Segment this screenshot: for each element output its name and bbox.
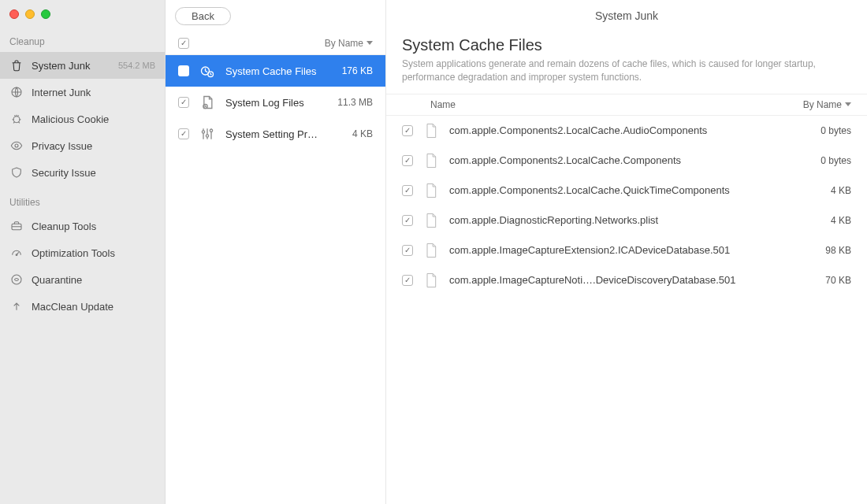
sidebar-section-label: Utilities bbox=[0, 186, 165, 213]
category-name: System Cache Files bbox=[225, 65, 333, 77]
bug-icon bbox=[9, 112, 24, 126]
file-name: com.apple.Components2.LocalCache.AudioCo… bbox=[449, 124, 809, 136]
file-row[interactable]: com.apple.Components2.LocalCache.AudioCo… bbox=[386, 116, 867, 146]
select-all-checkbox[interactable] bbox=[178, 38, 189, 49]
file-sort-label: By Name bbox=[803, 99, 842, 110]
sidebar-item-optimization-tools[interactable]: Optimization Tools bbox=[0, 239, 165, 266]
zoom-window-button[interactable] bbox=[41, 9, 50, 19]
category-row[interactable]: System Cache Files176 KB bbox=[166, 55, 385, 87]
svg-point-10 bbox=[206, 135, 208, 137]
category-checkbox[interactable] bbox=[178, 128, 189, 139]
sidebar-item-security-issue[interactable]: Security Issue bbox=[0, 159, 165, 186]
globe-icon bbox=[9, 85, 24, 99]
gauge-icon bbox=[9, 246, 24, 260]
column-name-label: Name bbox=[430, 99, 803, 110]
file-row[interactable]: com.apple.DiagnosticReporting.Networks.p… bbox=[386, 206, 867, 235]
file-icon bbox=[424, 153, 438, 169]
category-row[interactable]: System Log Files11.3 MB bbox=[166, 87, 385, 118]
file-row[interactable]: com.apple.Components2.LocalCache.QuickTi… bbox=[386, 176, 867, 206]
category-checkbox[interactable] bbox=[178, 97, 189, 108]
detail-panel: System Junk System Cache Files System ap… bbox=[386, 0, 867, 504]
svg-point-2 bbox=[15, 144, 18, 147]
sidebar-item-quarantine[interactable]: Quarantine bbox=[0, 266, 165, 293]
cache-icon bbox=[199, 62, 216, 80]
sidebar-item-size: 554.2 MB bbox=[118, 61, 155, 70]
category-row[interactable]: System Setting Pr…4 KB bbox=[166, 118, 385, 150]
sidebar-item-label: Quarantine bbox=[32, 274, 155, 286]
minimize-window-button[interactable] bbox=[25, 9, 35, 19]
quarantine-icon bbox=[9, 272, 24, 287]
category-size: 4 KB bbox=[352, 128, 373, 139]
sidebar-item-label: Security Issue bbox=[32, 167, 155, 179]
sidebar-item-label: MacClean Update bbox=[32, 301, 155, 313]
sidebar-item-label: Cleanup Tools bbox=[32, 220, 155, 232]
file-checkbox[interactable] bbox=[402, 275, 413, 286]
chevron-down-icon bbox=[845, 102, 851, 106]
category-sort-label: By Name bbox=[325, 38, 363, 49]
sidebar-item-privacy-issue[interactable]: Privacy Issue bbox=[0, 132, 165, 159]
sidebar-section-label: Cleanup bbox=[0, 25, 165, 52]
file-size: 0 bytes bbox=[820, 125, 851, 136]
category-name: System Setting Pr… bbox=[225, 128, 343, 140]
file-name: com.apple.DiagnosticReporting.Networks.p… bbox=[449, 214, 820, 226]
eye-icon bbox=[9, 139, 24, 153]
sidebar-item-label: Internet Junk bbox=[32, 87, 155, 98]
back-button[interactable]: Back bbox=[175, 7, 231, 25]
svg-point-5 bbox=[12, 275, 21, 284]
file-checkbox[interactable] bbox=[402, 245, 413, 256]
file-name: com.apple.ImageCaptureNoti….DeviceDiscov… bbox=[449, 274, 814, 286]
file-checkbox[interactable] bbox=[402, 155, 413, 166]
close-window-button[interactable] bbox=[9, 9, 19, 19]
file-row[interactable]: com.apple.Components2.LocalCache.Compone… bbox=[386, 146, 867, 176]
file-icon bbox=[424, 183, 438, 198]
detail-heading: System Cache Files bbox=[386, 32, 867, 57]
file-icon bbox=[424, 272, 438, 288]
sidebar-item-label: Optimization Tools bbox=[32, 247, 155, 259]
category-name: System Log Files bbox=[225, 97, 328, 109]
chevron-down-icon bbox=[367, 41, 373, 45]
sidebar-item-label: System Junk bbox=[32, 60, 118, 72]
trash-icon bbox=[9, 58, 24, 72]
file-checkbox[interactable] bbox=[402, 215, 413, 226]
file-name: com.apple.Components2.LocalCache.Compone… bbox=[449, 154, 809, 166]
category-panel: Back By Name System Cache Files176 KBSys… bbox=[166, 0, 386, 504]
file-icon bbox=[424, 243, 438, 258]
file-sort-dropdown[interactable]: By Name bbox=[803, 99, 851, 110]
svg-point-9 bbox=[202, 131, 204, 133]
file-row[interactable]: com.apple.ImageCaptureNoti….DeviceDiscov… bbox=[386, 265, 867, 295]
file-checkbox[interactable] bbox=[402, 185, 413, 196]
file-size: 98 KB bbox=[825, 245, 851, 256]
sidebar-item-malicious-cookie[interactable]: Malicious Cookie bbox=[0, 106, 165, 132]
toolbox-icon bbox=[9, 219, 24, 233]
file-name: com.apple.Components2.LocalCache.QuickTi… bbox=[449, 184, 820, 196]
sidebar-item-system-junk[interactable]: System Junk554.2 MB bbox=[0, 52, 165, 79]
category-size: 176 KB bbox=[342, 65, 373, 76]
category-size: 11.3 MB bbox=[337, 97, 373, 108]
sidebar-item-label: Malicious Cookie bbox=[32, 113, 155, 125]
sidebar-item-cleanup-tools[interactable]: Cleanup Tools bbox=[0, 213, 165, 239]
file-name: com.apple.ImageCaptureExtension2.ICADevi… bbox=[449, 244, 814, 256]
file-size: 70 KB bbox=[825, 275, 851, 286]
log-icon bbox=[199, 94, 216, 111]
sidebar-item-label: Privacy Issue bbox=[32, 140, 155, 152]
shield-icon bbox=[9, 165, 24, 180]
update-icon bbox=[9, 299, 24, 313]
file-size: 4 KB bbox=[831, 215, 851, 226]
file-size: 4 KB bbox=[831, 185, 851, 196]
category-sort-dropdown[interactable]: By Name bbox=[325, 38, 373, 49]
settings-icon bbox=[199, 125, 216, 143]
category-checkbox[interactable] bbox=[178, 65, 189, 76]
page-title: System Junk bbox=[595, 9, 658, 22]
sidebar-item-macclean-update[interactable]: MacClean Update bbox=[0, 293, 165, 320]
window-controls bbox=[0, 0, 165, 25]
file-icon bbox=[424, 213, 438, 228]
file-row[interactable]: com.apple.ImageCaptureExtension2.ICADevi… bbox=[386, 235, 867, 265]
svg-point-11 bbox=[210, 129, 212, 132]
sidebar: CleanupSystem Junk554.2 MBInternet JunkM… bbox=[0, 0, 166, 504]
file-size: 0 bytes bbox=[820, 155, 851, 166]
file-icon bbox=[424, 123, 438, 139]
detail-description: System applications generate and remain … bbox=[386, 57, 867, 94]
file-checkbox[interactable] bbox=[402, 125, 413, 136]
sidebar-item-internet-junk[interactable]: Internet Junk bbox=[0, 79, 165, 106]
